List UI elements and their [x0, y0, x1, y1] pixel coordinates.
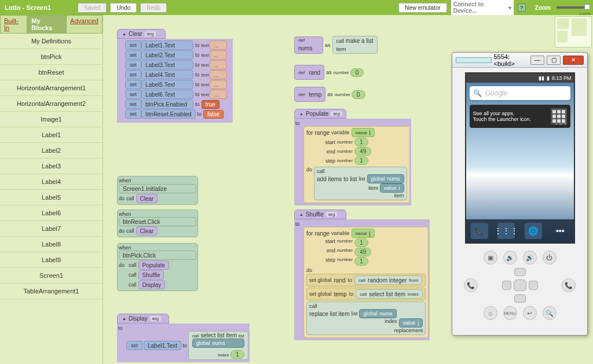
left-panel: Built-In My Blocks Advanced My Definitio… — [0, 15, 103, 364]
text-value[interactable]: ... — [210, 80, 227, 89]
set-target[interactable]: Label5.Text — [141, 80, 193, 89]
maximize-button[interactable]: ▢ — [547, 56, 561, 65]
battery-icon: ▮ — [547, 75, 550, 81]
dpad-right[interactable] — [529, 281, 538, 290]
block-proc-shuffle[interactable]: ▲Shufflearg to for rangevariablename j s… — [294, 209, 430, 340]
text-value[interactable]: ... — [210, 41, 227, 50]
sidebar-item[interactable]: Label7 — [0, 221, 103, 237]
minimize-button[interactable]: — — [530, 56, 544, 65]
sidebar-item[interactable]: Label5 — [0, 190, 103, 205]
sidebar-item[interactable]: btnPick — [0, 49, 103, 65]
sidebar-item[interactable]: Screen1 — [0, 268, 103, 284]
browser-icon[interactable]: 🌐 — [525, 223, 542, 239]
connect-device-select[interactable]: Connect to Device...▾ — [451, 0, 514, 16]
sidebar-item[interactable]: HorizontalArrangement2 — [0, 96, 103, 112]
minimap[interactable] — [555, 16, 592, 47]
apps-icon[interactable]: ⋮⋮⋮ — [497, 223, 515, 239]
event-init-label: Screen1.Initialize — [119, 184, 196, 193]
set-target[interactable]: Label4.Text — [141, 70, 193, 79]
hint-pager: 1 of 6 — [555, 121, 566, 126]
zoom-label: Zoom — [535, 5, 551, 11]
block-def-rand[interactable]: defrand as number 0 — [294, 65, 364, 80]
emulator-titlebar[interactable]: 5554:<build> — ▢ ✕ — [452, 53, 587, 68]
hangup-button[interactable]: 📞 — [562, 278, 576, 292]
sidebar-item[interactable]: Label1 — [0, 127, 103, 143]
left-tabs: Built-In My Blocks Advanced — [0, 15, 103, 34]
vol-up-button[interactable]: 🔊 — [523, 251, 537, 264]
tab-my-blocks[interactable]: My Blocks — [27, 15, 66, 34]
app-title: Lotto - Screen1 — [5, 4, 51, 11]
zoom-slider[interactable] — [557, 6, 588, 9]
tab-built-in[interactable]: Built-In — [0, 15, 27, 34]
text-value[interactable]: ... — [210, 60, 227, 69]
app-header: Lotto - Screen1 Saved Undo Redo New emul… — [0, 0, 593, 15]
camera-button[interactable]: ▣ — [484, 251, 497, 264]
call-button[interactable]: 📞 — [464, 278, 478, 292]
block-when-reset[interactable]: when btnReset.Click do call Clear — [117, 209, 198, 237]
block-def-nums[interactable]: def nums as call make a list item — [294, 36, 378, 54]
power-button[interactable]: ⏻ — [543, 251, 557, 264]
close-button[interactable]: ✕ — [563, 56, 584, 65]
bool-value[interactable]: false — [203, 110, 224, 119]
block-when-pick[interactable]: when btnPick.Click docallPopulate callSh… — [117, 243, 198, 291]
dpad-ok[interactable] — [514, 280, 526, 291]
vol-down-button[interactable]: 🔉 — [503, 251, 517, 264]
search-icon: 🔍 — [473, 89, 482, 97]
sidebar-item[interactable]: HorizontalArrangement1 — [0, 80, 103, 96]
home-button[interactable]: ⌂ — [484, 306, 497, 320]
sidebar-item[interactable]: Label8 — [0, 237, 103, 252]
back-button[interactable]: ↩ — [523, 306, 537, 320]
dpad — [500, 268, 540, 303]
set-target[interactable]: Label1.Text — [141, 41, 193, 50]
chevron-down-icon: ▾ — [508, 5, 511, 11]
hw-controls: ▣ 🔉 🔊 ⏻ 📞 📞 ⌂ MENU ↩ 🔍 — [457, 244, 583, 327]
bool-value[interactable]: true — [202, 100, 219, 109]
search-placeholder: Google — [485, 89, 508, 97]
app-icon — [456, 57, 492, 63]
clock: 8:13 PM — [552, 75, 572, 81]
text-value[interactable]: ... — [210, 90, 227, 99]
block-proc-display[interactable]: ▲Displayarg to set Label1.Text to call s… — [117, 314, 250, 362]
dpad-down[interactable] — [514, 295, 526, 303]
set-target[interactable]: Label2.Text — [141, 50, 193, 60]
dpad-left[interactable] — [502, 281, 511, 290]
sidebar-item[interactable]: Label6 — [0, 205, 103, 221]
set-target[interactable]: Label6.Text — [141, 90, 193, 99]
phone-screen[interactable]: ▮▮ ▮ 8:13 PM 🔍 Google See all your apps.… — [465, 72, 575, 244]
nav-dock: 📞 ⋮⋮⋮ 🌐 ••• — [466, 219, 574, 242]
signal-icon: ▮▮ — [539, 75, 544, 81]
redo-button: Redo — [140, 3, 167, 13]
block-def-temp[interactable]: deftemp as number 0 — [294, 87, 365, 102]
block-when-init[interactable]: when Screen1.Initialize do call Clear — [117, 176, 198, 205]
set-target[interactable]: btnPick.Enabled — [141, 100, 193, 109]
menu-button[interactable]: MENU — [503, 306, 517, 320]
sidebar-item[interactable]: Label2 — [0, 143, 103, 159]
dpad-up[interactable] — [514, 268, 526, 276]
text-value[interactable]: ... — [210, 50, 227, 60]
sidebar-item[interactable]: Label4 — [0, 174, 103, 190]
block-proc-clear[interactable]: ▲ Clear arg setLabel1.Texttotext...setLa… — [117, 29, 233, 123]
emulator-window[interactable]: 5554:<build> — ▢ ✕ ▮▮ ▮ 8:13 PM 🔍 Google… — [452, 52, 588, 336]
sidebar-item[interactable]: Label3 — [0, 159, 103, 174]
sidebar-item[interactable]: Image1 — [0, 112, 103, 127]
new-emulator-button[interactable]: New emulator — [398, 3, 447, 13]
block-proc-populate[interactable]: ▲Populatearg to for range variable name … — [294, 109, 411, 205]
text-value[interactable]: ... — [210, 70, 227, 79]
sidebar-item[interactable]: Label9 — [0, 252, 103, 268]
set-target[interactable]: btnReset.Enabled — [141, 109, 196, 119]
sidebar-item[interactable]: TableArrangement1 — [0, 284, 103, 299]
set-target[interactable]: Label3.Text — [141, 60, 193, 69]
sidebar-item[interactable]: btnReset — [0, 65, 103, 80]
phone-icon[interactable]: 📞 — [471, 223, 488, 239]
call-clear[interactable]: Clear — [136, 194, 158, 203]
status-bar: ▮▮ ▮ 8:13 PM — [466, 73, 574, 83]
tab-advanced[interactable]: Advanced — [66, 15, 103, 34]
help-icon[interactable]: ? — [518, 3, 526, 12]
sidebar-item[interactable]: My Definitions — [0, 34, 103, 49]
apps-hint[interactable]: See all your apps. Touch the Launcher ic… — [470, 105, 570, 128]
dock-more-icon[interactable]: ••• — [551, 223, 569, 239]
search-hw-button[interactable]: 🔍 — [543, 306, 557, 320]
component-list: My DefinitionsbtnPickbtnResetHorizontalA… — [0, 34, 103, 299]
undo-button[interactable]: Undo — [110, 3, 137, 13]
google-search-bar[interactable]: 🔍 Google — [470, 86, 570, 100]
